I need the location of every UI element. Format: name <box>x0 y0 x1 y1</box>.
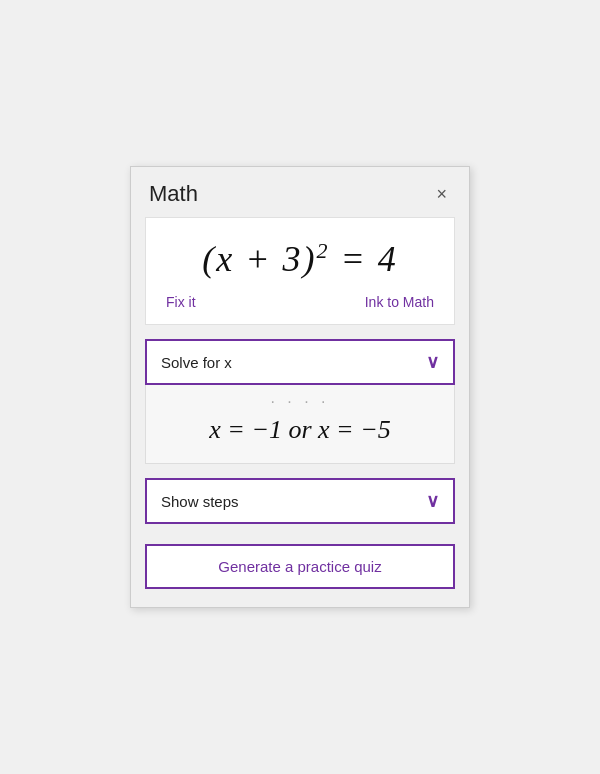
show-steps-dropdown-button[interactable]: Show steps ∨ <box>145 478 455 524</box>
practice-quiz-button[interactable]: Generate a practice quiz <box>145 544 455 589</box>
fix-it-link[interactable]: Fix it <box>166 294 196 310</box>
math-panel: Math × (x + 3)2 = 4 Fix it Ink to Math S… <box>130 166 470 608</box>
panel-header: Math × <box>131 167 469 217</box>
solve-dropdown-label: Solve for x <box>161 354 232 371</box>
show-steps-label: Show steps <box>161 493 239 510</box>
solve-chevron-icon: ∨ <box>426 351 439 373</box>
solve-dropdown-section: Solve for x ∨ · · · · x = −1 or x = −5 <box>145 339 455 464</box>
math-links: Fix it Ink to Math <box>164 294 436 310</box>
main-equation: (x + 3)2 = 4 <box>164 238 436 280</box>
solve-dropdown-button[interactable]: Solve for x ∨ <box>145 339 455 385</box>
close-button[interactable]: × <box>432 183 451 205</box>
panel-title: Math <box>149 181 198 207</box>
ink-to-math-link[interactable]: Ink to Math <box>365 294 434 310</box>
show-steps-chevron-icon: ∨ <box>426 490 439 512</box>
result-equation: x = −1 or x = −5 <box>160 415 440 445</box>
math-display-box: (x + 3)2 = 4 Fix it Ink to Math <box>145 217 455 325</box>
show-steps-section: Show steps ∨ <box>145 478 455 524</box>
result-dots: · · · · <box>160 393 440 411</box>
solve-result-box: · · · · x = −1 or x = −5 <box>145 385 455 464</box>
